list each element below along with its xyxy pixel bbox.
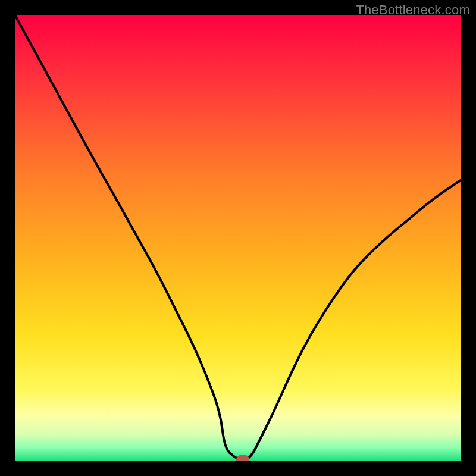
bottleneck-curve [15,15,461,461]
chart-frame: TheBottleneck.com [0,0,476,476]
watermark-text: TheBottleneck.com [356,2,470,18]
plot-area [15,15,461,461]
optimum-marker [236,455,249,461]
